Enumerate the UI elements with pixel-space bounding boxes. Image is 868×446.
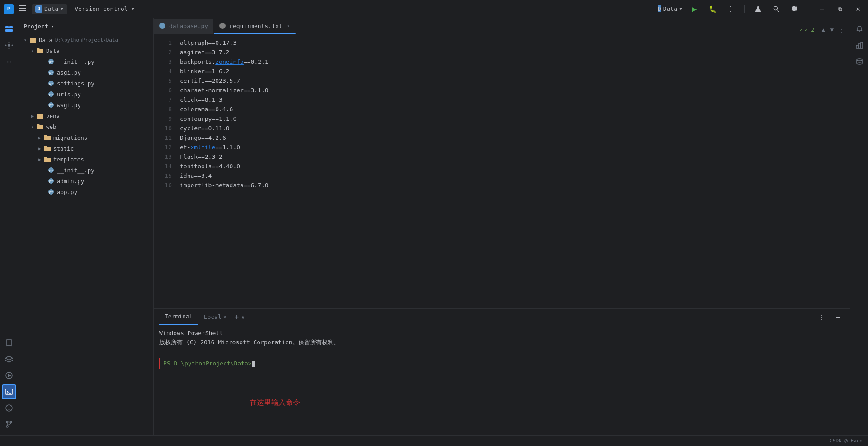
terminal-prompt-text: PS D:\pythonProject\Data>: [163, 360, 252, 367]
svg-text:py: py: [49, 82, 53, 85]
sidebar-icon-bookmarks[interactable]: [2, 336, 16, 350]
tree-item-templates[interactable]: ▶ templates: [18, 154, 153, 165]
right-sidebar-icon-database[interactable]: [852, 54, 867, 69]
svg-rect-2: [19, 10, 26, 11]
close-button[interactable]: ✕: [852, 3, 864, 15]
sidebar-icon-play[interactable]: [2, 368, 16, 383]
tab-bar-actions: ✓✓ 2 ▲ ▼ ⋮: [800, 26, 850, 34]
code-line-1: altgraph==0.17.3: [180, 38, 844, 47]
tab-close-requirments[interactable]: ×: [287, 23, 290, 29]
tree-item-venv[interactable]: ▶ venv: [18, 110, 153, 121]
sidebar-icon-plugins[interactable]: [2, 38, 16, 52]
code-line-2: asgiref==3.7.2: [180, 47, 844, 57]
tree-item-wsgi-py[interactable]: py wsgi.py: [18, 100, 153, 110]
tab-more[interactable]: ⋮: [837, 26, 846, 34]
tree-item-data-root[interactable]: ▾ Data D:\pythonProject\Data: [18, 34, 153, 45]
profile-button[interactable]: [752, 3, 764, 15]
tree-item-admin-py[interactable]: py admin.py: [18, 176, 153, 186]
editor-area: database.py requirments.txt × ✓✓ 2 ▲ ▼: [154, 18, 850, 308]
run-project-btn[interactable]: D Data ▾: [658, 5, 683, 12]
terminal-prompt-box[interactable]: PS D:\pythonProject\Data>: [159, 358, 367, 369]
py-icon-init: py: [47, 57, 55, 66]
tab-icon-database: [159, 23, 165, 29]
tree-item-init-py[interactable]: py __init__.py: [18, 56, 153, 67]
right-sidebar-icon-notifications[interactable]: [852, 22, 867, 36]
debug-button[interactable]: 🐛: [706, 3, 719, 15]
main-layout: ⋯ Project ▾ ▾: [0, 18, 868, 435]
terminal-local-close[interactable]: ×: [223, 314, 226, 320]
terminal-line-1: Windows PowerShell: [159, 329, 844, 338]
svg-text:py: py: [49, 190, 53, 194]
terminal-body[interactable]: Windows PowerShell 版权所有 (C) 2016 Microso…: [154, 325, 850, 435]
sidebar-icon-more[interactable]: ⋯: [2, 54, 16, 69]
tree-item-app-py[interactable]: py app.py: [18, 186, 153, 197]
code-line-13: Flask==2.3.2: [180, 152, 844, 161]
sidebar-icon-layers[interactable]: [2, 352, 16, 366]
tree-item-asgi-py[interactable]: py asgi.py: [18, 67, 153, 78]
code-line-6: charset-normalizer==3.1.0: [180, 85, 844, 95]
tab-database-py[interactable]: database.py: [154, 19, 214, 34]
right-sidebar: [850, 18, 868, 435]
folder-icon-static: [43, 144, 52, 152]
tree-item-init-web-py[interactable]: py __init__.py: [18, 165, 153, 176]
tab-requirments-txt[interactable]: requirments.txt ×: [214, 19, 296, 34]
app-logo: P: [4, 4, 14, 14]
tree-item-web[interactable]: ▾ web: [18, 121, 153, 132]
folder-icon-data-root: [29, 36, 37, 44]
tree-arrow-templates: ▶: [36, 157, 43, 162]
code-line-12: et-xmlfile==1.1.0: [180, 142, 844, 152]
terminal-annotation: 在这里输入命令: [250, 398, 300, 407]
separator: [744, 5, 745, 13]
tab-chevron-up[interactable]: ▲: [820, 26, 827, 34]
terminal-tab-active[interactable]: Terminal: [159, 309, 198, 325]
terminal-more-btn[interactable]: ⋮: [816, 311, 828, 323]
search-button[interactable]: [770, 3, 783, 15]
tree-item-migrations[interactable]: ▶ migrations: [18, 132, 153, 143]
svg-text:py: py: [49, 60, 53, 64]
link-zoneinfo[interactable]: zoneinfo: [215, 58, 244, 65]
tree-arrow-migrations: ▶: [36, 135, 43, 140]
tree-item-urls-py[interactable]: py urls.py: [18, 89, 153, 100]
settings-button[interactable]: [788, 3, 801, 15]
sidebar-icon-terminal[interactable]: [2, 384, 16, 399]
hamburger-menu[interactable]: [17, 3, 28, 15]
minimize-button[interactable]: —: [816, 3, 828, 15]
tree-item-data-sub[interactable]: ▾ Data: [18, 45, 153, 56]
version-control-btn[interactable]: Version control ▾: [71, 4, 138, 14]
code-line-4: blinker==1.6.2: [180, 66, 844, 76]
tree-item-settings-py[interactable]: py settings.py: [18, 78, 153, 89]
more-menu-button[interactable]: ⋮: [724, 3, 737, 15]
tab-label-requirments: requirments.txt: [229, 23, 282, 29]
link-xmlfile[interactable]: xmlfile: [190, 144, 215, 151]
sidebar-icon-project[interactable]: [2, 22, 16, 36]
code-line-9: contourpy==1.1.0: [180, 114, 844, 123]
svg-text:py: py: [49, 180, 53, 183]
tree-arrow-web: ▾: [29, 124, 36, 129]
tree-label-init-web: __init__.py: [57, 167, 94, 174]
svg-point-21: [6, 421, 8, 423]
tree-label-wsgi: wsgi.py: [57, 102, 81, 109]
right-sidebar-icon-chart[interactable]: [852, 38, 867, 52]
terminal-add-btn[interactable]: +: [231, 313, 241, 321]
restore-button[interactable]: ⧉: [834, 3, 846, 15]
tree-item-static[interactable]: ▶ static: [18, 143, 153, 154]
sidebar-icon-git[interactable]: [2, 417, 16, 432]
sidebar-icon-warn[interactable]: [2, 401, 16, 415]
project-panel: Project ▾ ▾ Data D:\pythonProject\Data ▾: [18, 18, 154, 435]
svg-point-22: [6, 426, 8, 427]
svg-point-45: [857, 59, 862, 61]
editor-scrollbar[interactable]: [844, 34, 850, 308]
terminal-dropdown-btn[interactable]: ∨: [241, 314, 245, 320]
py-icon-wsgi: py: [47, 101, 55, 109]
terminal-minimize-btn[interactable]: —: [832, 311, 844, 323]
code-line-15: idna==3.4: [180, 171, 844, 180]
terminal-tab-local[interactable]: Local ×: [198, 309, 232, 325]
check-badge: ✓✓ 2: [800, 27, 815, 33]
terminal-prompt-row: PS D:\pythonProject\Data>: [159, 356, 844, 371]
tab-chevron-down[interactable]: ▼: [829, 26, 835, 34]
tree-path: D:\pythonProject\Data: [55, 37, 118, 43]
svg-rect-42: [856, 45, 858, 48]
project-badge[interactable]: D Data ▾: [32, 4, 67, 14]
run-button[interactable]: ▶: [688, 3, 701, 15]
tree-label-data-root: Data: [39, 37, 52, 43]
